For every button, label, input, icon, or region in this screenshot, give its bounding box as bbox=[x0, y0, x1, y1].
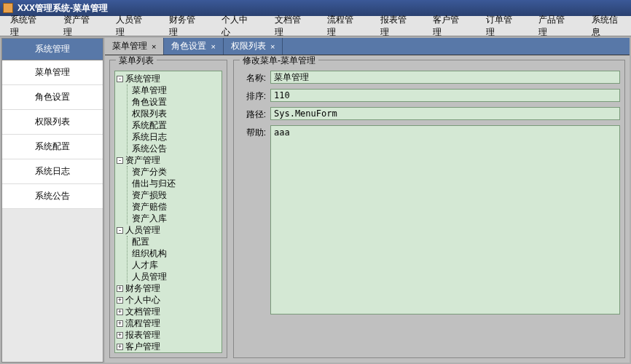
sidebar: 系统管理 菜单管理角色设置权限列表系统配置系统日志系统公告 bbox=[1, 38, 103, 363]
menu-item-6[interactable]: 流程管理 bbox=[323, 11, 361, 41]
sidebar-item-1[interactable]: 角色设置 bbox=[2, 85, 103, 110]
tree-toggle-icon[interactable]: - bbox=[117, 227, 123, 234]
menu-item-2[interactable]: 人员管理 bbox=[111, 11, 150, 41]
tree-leaf[interactable]: 组织机构 bbox=[132, 248, 220, 259]
menu-item-7[interactable]: 报表管理 bbox=[376, 11, 415, 41]
input-path[interactable] bbox=[270, 107, 620, 120]
tab-label: 角色设置 bbox=[171, 40, 206, 52]
tree-leaf[interactable]: 资产分类 bbox=[132, 166, 220, 178]
tree-toggle-icon[interactable]: + bbox=[117, 285, 123, 292]
tree-leaf[interactable]: 系统配置 bbox=[132, 119, 220, 131]
tree-node-label: 人员管理 bbox=[125, 225, 160, 235]
tab-strip: 菜单管理×角色设置×权限列表× bbox=[105, 38, 630, 55]
tree-toggle-icon[interactable]: - bbox=[117, 157, 123, 164]
tree-node-label: 文档管理 bbox=[125, 306, 160, 317]
close-icon[interactable]: × bbox=[211, 42, 215, 51]
tree-node[interactable]: -系统管理 bbox=[117, 73, 220, 84]
tree-node-label: 客户管理 bbox=[125, 341, 160, 352]
input-order[interactable] bbox=[270, 89, 620, 102]
tree-toggle-icon[interactable]: - bbox=[117, 76, 123, 82]
menu-item-3[interactable]: 财务管理 bbox=[165, 11, 203, 41]
menu-item-10[interactable]: 产品管理 bbox=[534, 11, 573, 41]
close-icon[interactable]: × bbox=[152, 42, 156, 51]
menu-item-9[interactable]: 订单管理 bbox=[482, 11, 520, 41]
menubar: 系统管理资产管理人员管理财务管理个人中心文档管理流程管理报表管理客户管理订单管理… bbox=[0, 16, 631, 36]
tree-node-label: 个人中心 bbox=[125, 295, 160, 305]
tree-node[interactable]: +个人中心 bbox=[117, 294, 220, 306]
tree-groupbox: 菜单列表 -系统管理菜单管理角色设置权限列表系统配置系统日志系统公告-资产管理资… bbox=[109, 60, 227, 358]
tab-2[interactable]: 权限列表× bbox=[224, 38, 283, 55]
tree-toggle-icon[interactable]: + bbox=[117, 344, 123, 350]
tab-label: 权限列表 bbox=[231, 40, 266, 52]
menu-item-5[interactable]: 文档管理 bbox=[270, 11, 309, 41]
tree-node[interactable]: +报表管理 bbox=[117, 329, 220, 341]
tab-1[interactable]: 角色设置× bbox=[164, 38, 223, 55]
input-help[interactable] bbox=[270, 125, 620, 314]
tree-node-label: 流程管理 bbox=[125, 318, 160, 328]
sidebar-header: 系统管理 bbox=[2, 39, 103, 60]
label-name: 名称: bbox=[238, 71, 270, 84]
tree-leaf[interactable]: 资产赔偿 bbox=[132, 201, 220, 213]
tree-leaf[interactable]: 借出与归还 bbox=[132, 178, 220, 189]
tree-leaf[interactable]: 配置 bbox=[132, 236, 220, 248]
tree-node-label: 报表管理 bbox=[125, 330, 160, 340]
sidebar-item-0[interactable]: 菜单管理 bbox=[2, 60, 103, 85]
tab-label: 菜单管理 bbox=[112, 40, 147, 52]
form-groupbox: 修改菜单-菜单管理 名称: 排序: 路径: 帮助: bbox=[233, 60, 625, 358]
label-help: 帮助: bbox=[238, 125, 270, 139]
tree-leaf[interactable]: 人才库 bbox=[132, 259, 220, 271]
sidebar-item-5[interactable]: 系统公告 bbox=[2, 184, 103, 209]
tree-node-label: 财务管理 bbox=[125, 283, 160, 293]
tree-node-label: 系统管理 bbox=[125, 74, 160, 84]
tree-node[interactable]: +订单管理 bbox=[117, 352, 220, 353]
tree-toggle-icon[interactable]: + bbox=[117, 320, 123, 327]
close-icon[interactable]: × bbox=[270, 42, 275, 51]
menu-item-1[interactable]: 资产管理 bbox=[59, 11, 98, 41]
tree-leaf[interactable]: 权限列表 bbox=[132, 108, 220, 119]
tree-leaf[interactable]: 角色设置 bbox=[132, 96, 220, 108]
tree-leaf[interactable]: 菜单管理 bbox=[132, 84, 220, 96]
menu-item-11[interactable]: 系统信息 bbox=[587, 11, 626, 41]
tree-leaf[interactable]: 资产损毁 bbox=[132, 189, 220, 201]
tree-title: 菜单列表 bbox=[116, 55, 157, 67]
label-order: 排序: bbox=[238, 89, 270, 103]
sidebar-item-2[interactable]: 权限列表 bbox=[2, 110, 103, 135]
menu-item-8[interactable]: 客户管理 bbox=[428, 11, 467, 41]
label-path: 路径: bbox=[238, 107, 270, 121]
tree-node[interactable]: -人员管理 bbox=[117, 224, 220, 236]
menu-item-0[interactable]: 系统管理 bbox=[6, 11, 44, 41]
tree-node-label: 资产管理 bbox=[125, 155, 160, 165]
menu-item-4[interactable]: 个人中心 bbox=[217, 11, 256, 41]
tree-toggle-icon[interactable]: + bbox=[117, 309, 123, 315]
tree-node[interactable]: +客户管理 bbox=[117, 341, 220, 352]
form-title: 修改菜单-菜单管理 bbox=[240, 55, 318, 67]
sidebar-item-4[interactable]: 系统日志 bbox=[2, 159, 103, 184]
tree-node[interactable]: +流程管理 bbox=[117, 317, 220, 329]
tree-leaf[interactable]: 系统公告 bbox=[132, 143, 220, 154]
sidebar-item-3[interactable]: 系统配置 bbox=[2, 135, 103, 159]
menu-tree[interactable]: -系统管理菜单管理角色设置权限列表系统配置系统日志系统公告-资产管理资产分类借出… bbox=[114, 71, 222, 353]
tree-node[interactable]: -资产管理 bbox=[117, 154, 220, 166]
tab-0[interactable]: 菜单管理× bbox=[105, 38, 164, 55]
tree-leaf[interactable]: 系统日志 bbox=[132, 131, 220, 143]
tree-node[interactable]: +财务管理 bbox=[117, 282, 220, 294]
input-name[interactable] bbox=[270, 71, 620, 84]
tree-toggle-icon[interactable]: + bbox=[117, 332, 123, 339]
tree-leaf[interactable]: 资产入库 bbox=[132, 213, 220, 224]
tree-leaf[interactable]: 人员管理 bbox=[132, 271, 220, 282]
tree-toggle-icon[interactable]: + bbox=[117, 297, 123, 304]
tree-node[interactable]: +文档管理 bbox=[117, 306, 220, 317]
